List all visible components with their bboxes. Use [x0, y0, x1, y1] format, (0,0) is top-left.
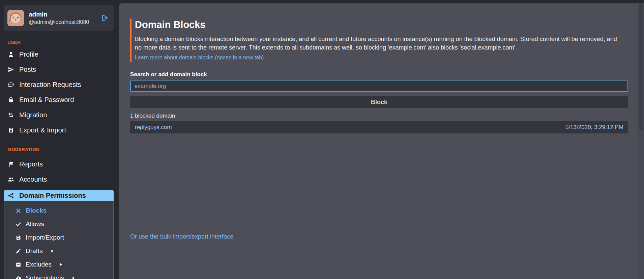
block-button[interactable]: Block — [130, 96, 628, 108]
share-nodes-icon — [7, 192, 14, 199]
user-card: admin @admin@localhost:8080 — [4, 5, 114, 31]
section-header-moderation: MODERATION — [4, 145, 114, 154]
check-icon — [15, 221, 21, 227]
user-nav: Profile Posts Interaction Requests — [4, 47, 114, 138]
blocked-domain-name[interactable]: replyguys.com — [135, 124, 172, 131]
caret-right-icon — [59, 262, 63, 267]
sidebar-item-reports[interactable]: Reports — [4, 157, 114, 172]
user-handle: @admin@localhost:8080 — [29, 19, 96, 25]
sidebar-item-label: Domain Permissions — [19, 192, 86, 199]
sidebar-item-posts[interactable]: Posts — [4, 62, 114, 77]
submenu-item-import-export[interactable]: Import/Export — [4, 231, 113, 244]
comment-dots-icon — [7, 81, 14, 88]
submenu-item-label: Excludes — [26, 261, 52, 268]
lock-icon — [7, 96, 14, 103]
sidebar-item-email-password[interactable]: Email & Password — [4, 92, 114, 107]
main-panel: Domain Blocks Blocking a domain blocks i… — [119, 3, 644, 279]
scrollbar-thumb[interactable] — [639, 3, 643, 130]
submenu-item-allows[interactable]: Allows — [4, 217, 113, 231]
user-info: admin @admin@localhost:8080 — [29, 11, 96, 25]
sidebar-item-export-import[interactable]: Export & Import — [4, 123, 114, 138]
submenu-item-label: Blocks — [26, 207, 47, 214]
caret-right-icon — [50, 249, 54, 253]
avatar — [7, 10, 24, 26]
search-label: Search or add domain block — [130, 71, 628, 78]
square-minus-icon — [15, 261, 21, 268]
user-icon — [7, 51, 14, 58]
sidebar-item-label: Interaction Requests — [19, 81, 81, 89]
page-description: Blocking a domain blocks interaction bet… — [135, 35, 622, 52]
bulk-import-export-link[interactable]: Or use the bulk import/export interface — [130, 233, 233, 240]
floppy-disk-icon — [7, 127, 14, 134]
blocked-domain-date: 5/13/2020, 3:29:12 PM — [565, 124, 623, 131]
floppy-disk-icon — [15, 235, 21, 241]
submenu-item-subscriptions[interactable]: Subscriptions — [4, 271, 113, 279]
domain-permissions-submenu: Blocks Allows — [4, 201, 114, 279]
section-header-user: USER — [4, 38, 114, 47]
submenu-item-excludes[interactable]: Excludes — [4, 258, 113, 271]
sidebar-item-label: Accounts — [19, 176, 47, 183]
sidebar-item-interaction-requests[interactable]: Interaction Requests — [4, 77, 114, 92]
sidebar-item-label: Email & Password — [19, 96, 74, 104]
scrollbar[interactable] — [638, 3, 644, 279]
sidebar-item-label: Reports — [19, 160, 43, 168]
sidebar: admin @admin@localhost:8080 USER Profile… — [0, 0, 119, 279]
sidebar-item-label: Migration — [19, 111, 47, 119]
xmark-icon — [15, 208, 21, 214]
domain-search-input[interactable] — [130, 81, 628, 92]
logout-icon[interactable] — [101, 14, 109, 22]
paper-plane-icon — [7, 66, 14, 73]
blocked-domain-row[interactable]: replyguys.com 5/13/2020, 3:29:12 PM — [130, 121, 628, 133]
submenu-item-label: Drafts — [26, 247, 43, 255]
sidebar-item-migration[interactable]: Migration — [4, 107, 114, 123]
page-intro: Domain Blocks Blocking a domain blocks i… — [130, 19, 622, 62]
sidebar-item-accounts[interactable]: Accounts — [4, 172, 114, 187]
sidebar-divider — [4, 142, 114, 142]
sidebar-item-label: Export & Import — [19, 126, 66, 134]
moderation-nav: Reports Accounts — [4, 157, 114, 279]
users-icon — [7, 176, 14, 183]
cloud-arrow-down-icon — [15, 275, 21, 279]
submenu-item-label: Import/Export — [26, 234, 64, 241]
pencil-icon — [15, 248, 21, 254]
submenu-item-drafts[interactable]: Drafts — [4, 244, 113, 258]
sidebar-item-label: Posts — [19, 66, 36, 73]
sidebar-item-label: Profile — [19, 51, 38, 58]
page-title: Domain Blocks — [135, 19, 622, 30]
caret-right-icon — [71, 276, 76, 279]
sidebar-item-domain-permissions[interactable]: Domain Permissions — [4, 190, 114, 201]
sidebar-divider — [4, 35, 114, 35]
user-display-name: admin — [29, 11, 96, 18]
blocked-count: 1 blocked domain — [130, 113, 628, 119]
sidebar-item-profile[interactable]: Profile — [4, 47, 114, 62]
submenu-item-label: Allows — [26, 220, 44, 228]
learn-more-link[interactable]: Learn more about domain blocks (opens in… — [135, 55, 264, 61]
submenu-item-blocks[interactable]: Blocks — [4, 204, 113, 217]
flag-icon — [7, 161, 14, 168]
right-left-arrows-icon — [7, 112, 14, 119]
submenu-item-label: Subscriptions — [26, 274, 64, 279]
